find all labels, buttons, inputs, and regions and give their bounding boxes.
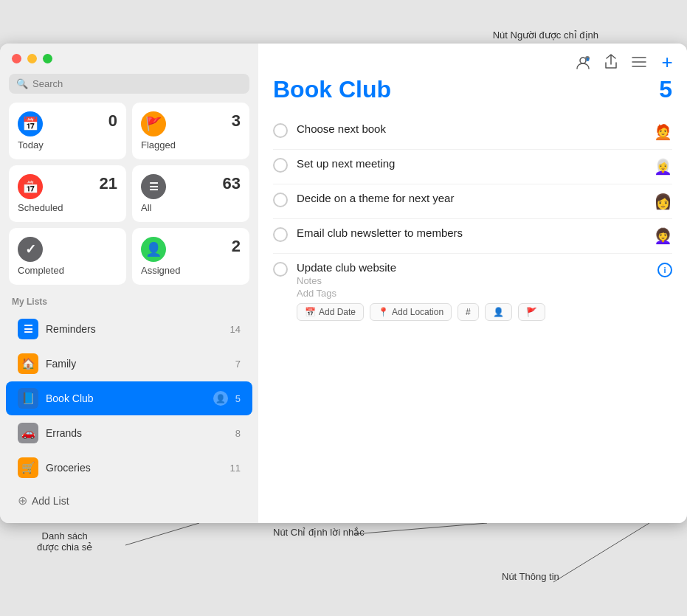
add-tag-button[interactable]: # <box>458 303 479 321</box>
annotation-shared-list: Danh sáchđược chia sẻ <box>37 530 92 553</box>
svg-line-7 <box>354 523 487 534</box>
flagged-count: 3 <box>232 111 241 131</box>
errands-label: Errands <box>46 427 228 439</box>
task-notes-5[interactable]: Notes <box>297 275 649 286</box>
add-location-button[interactable]: 📍 Add Location <box>370 303 452 321</box>
table-row: Update club website Notes Add Tags 📅 Add… <box>273 254 672 328</box>
sidebar-item-bookclub[interactable]: 📘 Book Club 👤 5 <box>6 381 252 415</box>
bookclub-icon: 📘 <box>18 388 38 409</box>
task-title-5: Update club website <box>297 261 649 274</box>
family-label: Family <box>46 358 228 370</box>
main-body: Book Club 5 Choose next book 🧑‍🦰 <box>258 76 687 523</box>
task-title-3: Decide on a theme for next year <box>297 192 644 204</box>
close-button[interactable] <box>12 54 21 63</box>
filter-button[interactable] <box>631 54 647 70</box>
bookclub-label: Book Club <box>46 392 206 404</box>
app-window: 🔍 📅 0 Today 🚩 3 <box>0 44 687 523</box>
smart-lists-grid: 📅 0 Today 🚩 3 Flagged 📅 <box>0 103 258 294</box>
smart-list-assigned[interactable]: 👤 2 Assigned <box>132 228 249 285</box>
share-button[interactable] <box>603 54 619 70</box>
list-count: 5 <box>659 76 672 103</box>
task-checkbox-2[interactable] <box>273 158 288 173</box>
add-list-icon: ⊕ <box>18 494 27 508</box>
smart-list-all[interactable]: ☰ 63 All <box>132 165 249 222</box>
task-content-4: Email club newsletter to members <box>297 226 644 239</box>
flag-button[interactable]: 🚩 <box>518 303 545 321</box>
search-icon: 🔍 <box>16 78 28 89</box>
add-task-button[interactable]: + <box>659 54 675 70</box>
my-lists-section-title: My Lists <box>0 294 258 311</box>
assigned-count: 2 <box>232 237 241 256</box>
sidebar-item-reminders[interactable]: ☰ Reminders 14 <box>6 312 252 346</box>
info-button[interactable]: i <box>657 263 672 277</box>
list-title: Book Club <box>273 76 391 103</box>
list-title-row: Book Club 5 <box>273 76 672 103</box>
table-row: Choose next book 🧑‍🦰 <box>273 115 672 150</box>
assign-reminder-button[interactable]: 👤 <box>485 303 512 321</box>
svg-line-6 <box>125 523 199 545</box>
reminders-icon: ☰ <box>18 319 38 339</box>
add-list-button[interactable]: ⊕ Add List <box>6 486 252 515</box>
annotation-info: Nút Thông tin <box>502 571 559 582</box>
add-date-button[interactable]: 📅 Add Date <box>297 303 364 321</box>
annotation-assign-reminder: Nút Chỉ định lời nhắc <box>273 527 365 538</box>
sidebar-item-groceries[interactable]: 🛒 Groceries 11 <box>6 451 252 485</box>
table-row: Set up next meeting 👩‍🦳 <box>273 150 672 184</box>
task-title-1: Choose next book <box>297 122 644 135</box>
table-row: Decide on a theme for next year 👩 <box>273 184 672 219</box>
reminders-label: Reminders <box>46 323 223 335</box>
tasks-list: Choose next book 🧑‍🦰 Set up next meeting <box>273 115 672 328</box>
task-actions-row: 📅 Add Date 📍 Add Location # <box>297 303 649 321</box>
avatar-1: 🧑‍🦰 <box>653 122 672 142</box>
calendar-icon: 📅 <box>305 307 316 317</box>
task-title-2: Set up next meeting <box>297 157 644 170</box>
assigned-to-button[interactable]: 👤 <box>575 54 591 70</box>
flag-icon: 🚩 <box>526 307 537 317</box>
table-row: Email club newsletter to members 👩‍🦱 <box>273 219 672 254</box>
scheduled-icon: 📅 <box>18 174 43 199</box>
today-label: Today <box>18 139 117 150</box>
task-tags-5[interactable]: Add Tags <box>297 288 649 299</box>
smart-list-scheduled[interactable]: 📅 21 Scheduled <box>9 165 126 222</box>
assigned-label: Assigned <box>141 265 241 276</box>
avatar-4: 👩‍🦱 <box>653 226 672 246</box>
completed-label: Completed <box>18 265 117 276</box>
scheduled-label: Scheduled <box>18 202 117 213</box>
assigned-icon: 👤 <box>141 237 166 262</box>
task-checkbox-5[interactable] <box>273 262 288 277</box>
task-content-1: Choose next book <box>297 122 644 135</box>
task-content-2: Set up next meeting <box>297 157 644 170</box>
annotations-area: Danh sáchđược chia sẻ Nút Chỉ định lời n… <box>0 523 687 616</box>
add-list-label: Add List <box>32 495 69 507</box>
smart-list-completed[interactable]: ✓ Completed <box>9 228 126 285</box>
task-content-5: Update club website Notes Add Tags 📅 Add… <box>297 261 649 321</box>
scheduled-count: 21 <box>100 174 117 193</box>
search-input[interactable] <box>32 78 242 89</box>
reminders-count: 14 <box>230 324 241 335</box>
search-bar[interactable]: 🔍 <box>9 74 249 94</box>
avatar-emoji-3: 👩 <box>654 193 672 210</box>
all-count: 63 <box>223 174 241 193</box>
task-checkbox-3[interactable] <box>273 193 288 207</box>
today-count: 0 <box>108 111 117 131</box>
groceries-count: 11 <box>230 463 241 474</box>
avatar-emoji-2: 👩‍🦳 <box>654 158 672 176</box>
family-count: 7 <box>235 359 241 370</box>
sidebar-item-errands[interactable]: 🚗 Errands 8 <box>6 416 252 450</box>
errands-count: 8 <box>235 428 241 439</box>
task-checkbox-1[interactable] <box>273 123 288 138</box>
main-toolbar: 👤 + <box>258 44 687 76</box>
avatar-3: 👩 <box>653 192 672 211</box>
errands-icon: 🚗 <box>18 423 38 443</box>
smart-list-today[interactable]: 📅 0 Today <box>9 103 126 159</box>
sidebar-item-family[interactable]: 🏠 Family 7 <box>6 347 252 381</box>
smart-list-flagged[interactable]: 🚩 3 Flagged <box>132 103 249 159</box>
groceries-label: Groceries <box>46 462 223 474</box>
minimize-button[interactable] <box>27 54 37 63</box>
traffic-lights <box>0 44 258 71</box>
completed-icon: ✓ <box>18 237 43 262</box>
bookclub-count: 5 <box>235 393 241 404</box>
sidebar: 🔍 📅 0 Today 🚩 3 <box>0 44 258 523</box>
task-checkbox-4[interactable] <box>273 227 288 242</box>
maximize-button[interactable] <box>43 54 52 63</box>
